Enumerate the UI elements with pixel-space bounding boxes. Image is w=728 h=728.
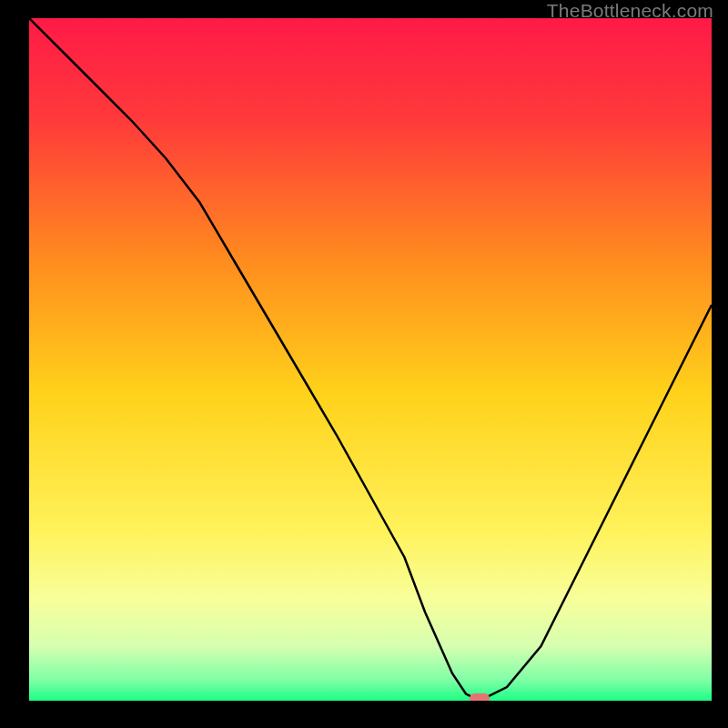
chart-frame: TheBottleneck.com xyxy=(0,0,728,728)
optimal-marker xyxy=(470,693,490,701)
chart-svg xyxy=(29,18,712,701)
plot-area xyxy=(29,18,712,701)
